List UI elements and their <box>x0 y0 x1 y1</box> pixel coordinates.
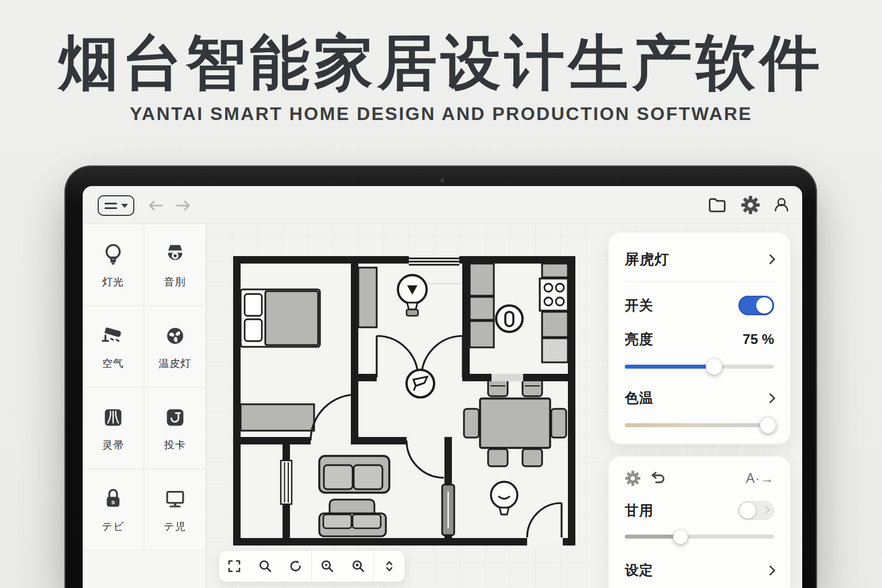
light-bulb-icon <box>100 241 126 268</box>
chair <box>488 379 508 396</box>
sofa-cushion <box>353 514 381 528</box>
sidebar-item-label: 空气 <box>102 357 124 370</box>
sidebar-item-label: 灵帚 <box>102 438 124 452</box>
brightness-fill <box>625 365 714 369</box>
folder-icon <box>707 195 727 215</box>
settings-card: A·→ 甘用 设定 <box>608 456 791 588</box>
chair <box>488 449 508 466</box>
sidebar-item-speaker[interactable]: 音刖 <box>144 225 206 306</box>
vent <box>409 256 459 266</box>
sidebar-item-label: 投卡 <box>164 438 186 452</box>
enable-toggle[interactable] <box>738 501 774 520</box>
page-title: 烟台智能家居设计生产软件 <box>0 30 882 95</box>
padlock-icon: s <box>100 486 126 512</box>
gear-icon <box>741 195 760 215</box>
forward-button[interactable] <box>173 199 193 212</box>
color-temp-slider[interactable] <box>625 416 774 434</box>
laptop-frame: 灯光 音刖 <box>64 165 817 588</box>
color-temp-label: 色温 <box>625 389 653 407</box>
back-button[interactable] <box>146 199 165 212</box>
sidebar-item-label: 温皮灯 <box>158 357 191 370</box>
chair <box>551 409 566 438</box>
fit-screen-button[interactable] <box>219 551 250 582</box>
sidebar-item-lock[interactable]: s テビ <box>83 469 144 551</box>
dome-camera-icon <box>162 241 188 268</box>
hamburger-icon <box>105 203 117 209</box>
sofa-cushion <box>354 465 382 489</box>
entry-door-gap <box>527 538 563 546</box>
kitchen-cabinet <box>470 264 494 296</box>
pillow <box>245 319 262 341</box>
bed-blanket <box>265 291 318 345</box>
sidebar-item-hook[interactable]: 投卡 <box>144 388 206 469</box>
sidebar-item-air[interactable]: 空气 <box>83 306 144 388</box>
floor-plan[interactable] <box>233 256 575 546</box>
sidebar-item-tv[interactable]: テ児 <box>144 469 206 551</box>
fit-screen-icon <box>227 559 242 574</box>
brightness-slider[interactable] <box>625 358 774 375</box>
sidebar-item-label: 灯光 <box>102 275 124 289</box>
zoom-in-button[interactable] <box>312 551 343 582</box>
device-control-card: 屏虎灯 开关 亮度 75 % 色温 <box>608 232 791 444</box>
search-icon <box>258 559 273 574</box>
settings-label: 设定 <box>625 561 653 579</box>
brightness-value: 75 % <box>742 331 774 347</box>
divider <box>625 281 774 282</box>
settings-button[interactable] <box>741 195 760 215</box>
curtain-icon <box>100 404 126 431</box>
settings-slider[interactable] <box>625 528 774 545</box>
stove <box>540 278 568 311</box>
device-badge-hallway <box>407 370 434 397</box>
chevron-right-icon[interactable] <box>765 565 775 575</box>
auto-mode-label[interactable]: A·→ <box>746 471 774 486</box>
zoom-out-button[interactable] <box>343 551 374 582</box>
zoom-toolbar <box>218 550 405 582</box>
kitchen-counter <box>542 264 568 277</box>
power-toggle[interactable] <box>738 296 774 315</box>
chevron-right-icon <box>762 506 770 514</box>
kitchen-cabinet <box>470 321 494 347</box>
sidebar-item-label: テビ <box>102 520 125 533</box>
user-icon <box>772 195 791 215</box>
enable-label: 甘用 <box>625 501 653 520</box>
hook-square-icon <box>162 404 188 431</box>
chevron-right-icon[interactable] <box>765 254 775 264</box>
chair <box>464 409 479 438</box>
svg-text:s: s <box>111 498 115 505</box>
dresser <box>241 404 314 431</box>
sidebar-item-fan[interactable]: 温皮灯 <box>144 306 206 388</box>
security-camera-icon <box>100 323 126 349</box>
rotate-button[interactable] <box>280 551 311 582</box>
cabinet <box>358 268 377 327</box>
kitchen-counter <box>542 312 568 337</box>
gear-icon[interactable] <box>625 470 641 486</box>
arrow-left-icon <box>146 199 165 212</box>
chevron-right-icon[interactable] <box>765 393 775 403</box>
settings-knob[interactable] <box>673 529 688 544</box>
app-screen: 灯光 音刖 <box>83 186 802 588</box>
brightness-knob[interactable] <box>706 358 722 375</box>
profile-button[interactable] <box>772 195 791 215</box>
topbar <box>83 186 802 224</box>
color-temp-knob[interactable] <box>760 417 776 434</box>
monitor-icon <box>162 486 188 512</box>
sofa-cushion <box>324 465 353 489</box>
search-button[interactable] <box>250 551 281 582</box>
hero-header: 烟台智能家居设计生产软件 YANTAI SMART HOME DESIGN AN… <box>0 0 882 125</box>
toggle-knob <box>740 502 756 519</box>
chair <box>523 449 542 466</box>
sidebar-item-lighting[interactable]: 灯光 <box>83 225 144 306</box>
sidebar-item-curtain[interactable]: 灵帚 <box>83 388 144 469</box>
folder-button[interactable] <box>707 195 727 215</box>
arrow-right-icon <box>173 199 193 212</box>
zoom-in-icon <box>320 559 335 574</box>
chevron-down-icon <box>121 204 128 208</box>
pillow <box>245 294 262 316</box>
window <box>281 461 292 504</box>
expand-vertical-button[interactable] <box>374 551 405 582</box>
chair <box>523 379 542 396</box>
menu-button[interactable] <box>98 195 134 216</box>
undo-icon[interactable] <box>650 471 666 486</box>
sidebar: 灯光 音刖 <box>83 225 206 588</box>
fan-icon <box>162 323 188 349</box>
